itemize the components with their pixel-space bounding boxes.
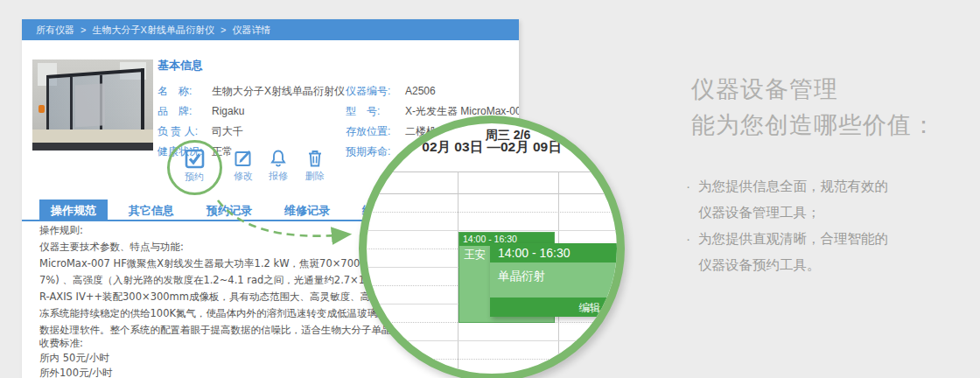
field-label: 负 责 人:: [158, 122, 208, 142]
photo-shape: [70, 77, 73, 135]
photo-shape: [32, 130, 153, 144]
field-label: 型 号:: [346, 102, 402, 122]
tab-maintenance-records[interactable]: 维修记录: [273, 200, 341, 221]
bullet-text: 仪器设备预约工具。: [686, 252, 888, 278]
calendar-slot[interactable]: [359, 194, 625, 213]
field-value: 司大千: [212, 125, 243, 137]
bullet-item-1: ·为您提供信息全面，规范有效的 仪器设备管理工具；: [686, 173, 888, 226]
popup-event-name: 单晶衍射: [490, 262, 625, 298]
popup-time: 14:00 - 16:30: [490, 243, 625, 262]
calendar-slot[interactable]: [359, 213, 625, 231]
basic-info-title: 基本信息: [158, 58, 514, 74]
photo-glass-case: [46, 68, 144, 136]
reservation-popup: 14:00 - 16:30 单晶衍射 编辑 取消: [490, 243, 625, 317]
headline-line1: 仪器设备管理: [691, 72, 936, 108]
breadcrumb: 所有仪器 > 生物大分子X射线单晶衍射仪 > 仪器详情: [22, 19, 519, 40]
field-value: 生物大分子X射线单晶衍射仪: [212, 85, 345, 97]
popup-actions: 编辑 取消: [490, 298, 625, 317]
delete-label: 删除: [295, 170, 335, 183]
breadcrumb-instrument[interactable]: 生物大分子X射线单晶衍射仪: [93, 24, 214, 35]
report-repair-label: 报修: [258, 170, 298, 183]
edit-pencil-icon: [234, 149, 253, 168]
breadcrumb-separator: >: [80, 24, 86, 35]
photo-shape: [32, 143, 153, 150]
breadcrumb-separator: >: [220, 24, 226, 35]
calendar-day-thu[interactable]: 周四: [558, 123, 625, 146]
field-label: 名 称:: [158, 81, 208, 102]
tab-operation-rules[interactable]: 操作规范: [39, 200, 108, 221]
fee-line-external: 所外100元/小时: [39, 366, 112, 378]
photo-shape: [38, 105, 45, 113]
field-manager: 负 责 人:司大千: [158, 122, 346, 142]
field-value: A2506: [405, 85, 436, 97]
tab-reservation-records[interactable]: 预约记录: [195, 200, 263, 221]
calendar-slot[interactable]: [359, 323, 625, 341]
fee-title: 收费标准:: [39, 336, 112, 351]
calendar-day-wed[interactable]: 周三 2/6: [458, 123, 558, 146]
instrument-photo: [32, 60, 153, 150]
calendar-header-row: [359, 172, 625, 194]
tab-other-info[interactable]: 其它信息: [117, 200, 186, 221]
breadcrumb-detail: 仪器详情: [232, 24, 270, 35]
reserve-label: 预约: [174, 171, 214, 184]
fee-line-internal: 所内 50元/小时: [39, 351, 112, 366]
fee-standard-text: 收费标准: 所内 50元/小时 所外100元/小时: [39, 336, 112, 378]
bullet-text: 为您提供信息全面，规范有效的: [698, 178, 888, 193]
delete-button[interactable]: 删除: [295, 149, 335, 183]
field-value: Rigaku: [212, 105, 244, 117]
field-label: 品 牌:: [158, 102, 208, 122]
marketing-headline: 仪器设备管理 能为您创造哪些价值：: [691, 72, 936, 144]
repair-bell-icon: [269, 149, 288, 168]
field-name: 名 称:生物大分子X射线单晶衍射仪: [158, 81, 346, 102]
report-repair-button[interactable]: 报修: [258, 149, 298, 183]
bullet-dot: ·: [686, 226, 698, 252]
field-label: 仪器编号:: [346, 81, 402, 102]
marketing-bullets: ·为您提供信息全面，规范有效的 仪器设备管理工具； ·为您提供直观清晰，合理智能…: [686, 173, 888, 278]
reserve-button[interactable]: 预约: [174, 149, 214, 184]
popup-edit-button[interactable]: 编辑: [579, 302, 601, 314]
field-brand: 品 牌:Rigaku: [158, 102, 346, 122]
headline-line2: 能为您创造哪些价值：: [691, 108, 936, 144]
field-serial: 仪器编号:A2506: [346, 81, 519, 102]
photo-shape: [75, 83, 105, 127]
field-label: 存放位置:: [346, 122, 402, 142]
delete-trash-icon: [305, 149, 325, 168]
magnifier-circle: 02月 03日 —02月 09日 周二 2/5 周三 2/6 周四 14:00 …: [359, 116, 625, 378]
reserve-checkbox-icon: [185, 149, 205, 169]
bullet-text: 为您提供直观清晰，合理智能的: [698, 231, 888, 246]
bullet-item-2: ·为您提供直观清晰，合理智能的 仪器设备预约工具。: [686, 226, 888, 278]
popup-cancel-button[interactable]: 取消: [611, 302, 625, 314]
bullet-text: 仪器设备管理工具；: [686, 200, 888, 226]
breadcrumb-all-instruments[interactable]: 所有仪器: [36, 24, 74, 35]
bullet-dot: ·: [686, 173, 698, 200]
